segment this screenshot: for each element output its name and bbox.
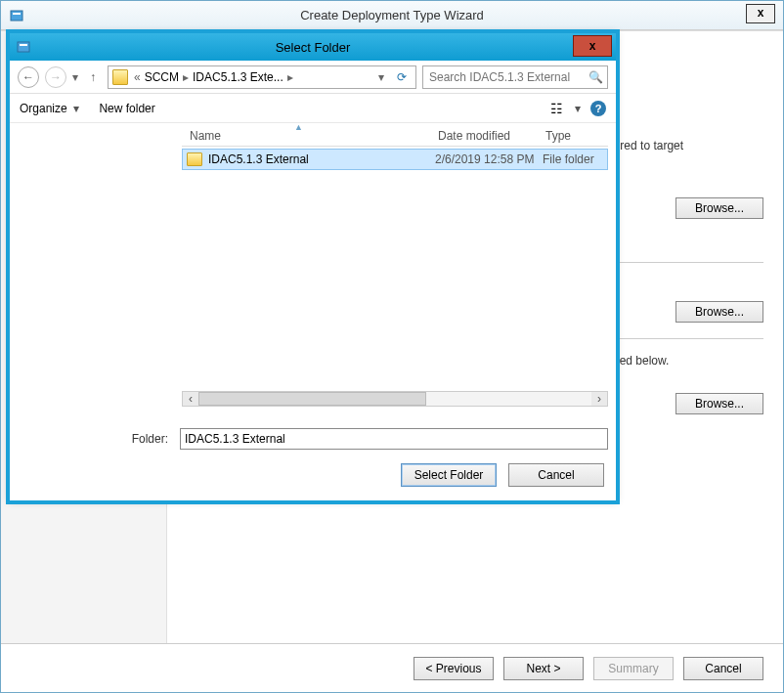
wizard-footer: < Previous Next > Summary Cancel	[1, 643, 783, 692]
file-list-header: ▲ Name Date modified Type	[182, 125, 608, 147]
breadcrumb-prefix: «	[132, 70, 143, 84]
arrow-right-icon: →	[50, 70, 62, 84]
folder-input-row: Folder:	[18, 428, 608, 450]
breadcrumb-sccm[interactable]: SCCM	[145, 70, 179, 84]
chevron-right-icon: ›	[597, 392, 601, 406]
breadcrumb-sep-2: ▸	[285, 70, 295, 84]
file-type: File folder	[543, 152, 594, 166]
search-icon[interactable]: 🔍	[588, 70, 603, 84]
scroll-right-button[interactable]: ›	[591, 392, 607, 406]
refresh-button[interactable]: ⟳	[392, 67, 412, 87]
previous-button[interactable]: < Previous	[414, 657, 494, 680]
dialog-cancel-button[interactable]: Cancel	[508, 463, 604, 487]
help-button[interactable]: ?	[590, 101, 606, 116]
scroll-thumb[interactable]	[198, 392, 426, 406]
nav-up-button[interactable]: ↑	[84, 68, 102, 86]
next-button[interactable]: Next >	[503, 657, 584, 680]
nav-recent-dropdown[interactable]: ▾	[72, 70, 78, 84]
arrow-left-icon: ←	[22, 70, 34, 84]
dialog-button-row: Select Folder Cancel	[401, 463, 604, 487]
column-type[interactable]: Type	[542, 129, 608, 143]
breadcrumb-bar[interactable]: « SCCM ▸ IDAC5.1.3 Exte... ▸ ▾ ⟳	[108, 65, 416, 89]
summary-button: Summary	[593, 657, 674, 680]
breadcrumb-idac[interactable]: IDAC5.1.3 Exte...	[193, 70, 283, 84]
refresh-icon: ⟳	[397, 70, 407, 84]
dialog-titlebar: Select Folder x	[10, 33, 616, 61]
browse-button-3[interactable]: Browse...	[675, 393, 763, 414]
folder-input[interactable]	[180, 428, 608, 450]
chevron-left-icon: ‹	[189, 392, 193, 406]
folder-icon	[112, 69, 128, 85]
cancel-button[interactable]: Cancel	[683, 657, 763, 680]
folder-icon	[187, 152, 202, 166]
chevron-down-icon: ▾	[70, 102, 79, 115]
view-options-button[interactable]: ☷	[547, 100, 565, 117]
browse-button-1[interactable]: Browse...	[675, 197, 763, 219]
dialog-title: Select Folder	[10, 40, 616, 55]
column-date[interactable]: Date modified	[434, 129, 542, 143]
dialog-close-button[interactable]: x	[573, 35, 612, 57]
search-input[interactable]	[427, 69, 588, 85]
file-row[interactable]: IDAC5.1.3 External 2/6/2019 12:58 PM Fil…	[182, 149, 608, 170]
dialog-nav-pane	[18, 125, 182, 407]
breadcrumb-sep-1: ▸	[181, 70, 191, 84]
breadcrumb-dropdown[interactable]: ▾	[376, 70, 386, 84]
file-date: 2/6/2019 12:58 PM	[435, 152, 543, 166]
outer-titlebar: Create Deployment Type Wizard x	[1, 1, 783, 30]
select-folder-dialog: Select Folder x ← → ▾ ↑ « SCCM ▸ IDAC5.1…	[9, 32, 617, 501]
organize-menu[interactable]: Organize ▾	[20, 102, 79, 115]
sort-indicator-icon: ▲	[294, 122, 303, 132]
nav-forward-button: →	[45, 66, 66, 88]
new-folder-button[interactable]: New folder	[99, 102, 154, 115]
dialog-nav-row: ← → ▾ ↑ « SCCM ▸ IDAC5.1.3 Exte... ▸ ▾ ⟳	[10, 61, 616, 94]
view-dropdown[interactable]: ▾	[575, 102, 581, 115]
dialog-toolbar: Organize ▾ New folder ☷ ▾ ?	[10, 94, 616, 123]
outer-window-title: Create Deployment Type Wizard	[1, 8, 783, 22]
wizard-text-2: ied below.	[617, 354, 763, 368]
folder-label: Folder:	[18, 432, 174, 446]
scroll-left-button[interactable]: ‹	[183, 392, 198, 406]
scroll-track[interactable]	[198, 392, 591, 406]
arrow-up-icon: ↑	[90, 70, 96, 84]
organize-label: Organize	[20, 102, 67, 115]
select-folder-button[interactable]: Select Folder	[401, 463, 497, 487]
file-name: IDAC5.1.3 External	[208, 152, 435, 166]
column-name[interactable]: Name	[182, 129, 434, 143]
help-icon: ?	[595, 103, 602, 114]
horizontal-scrollbar[interactable]: ‹ ›	[182, 391, 608, 407]
file-list-area: ▲ Name Date modified Type IDAC5.1.3 Exte…	[182, 125, 608, 407]
search-box[interactable]: 🔍	[422, 65, 608, 89]
view-icon: ☷	[550, 101, 563, 116]
nav-back-button[interactable]: ←	[18, 66, 39, 88]
deployment-wizard-window: Create Deployment Type Wizard x devices …	[0, 0, 784, 693]
outer-close-button[interactable]: x	[746, 4, 775, 23]
browse-button-2[interactable]: Browse...	[675, 301, 763, 323]
